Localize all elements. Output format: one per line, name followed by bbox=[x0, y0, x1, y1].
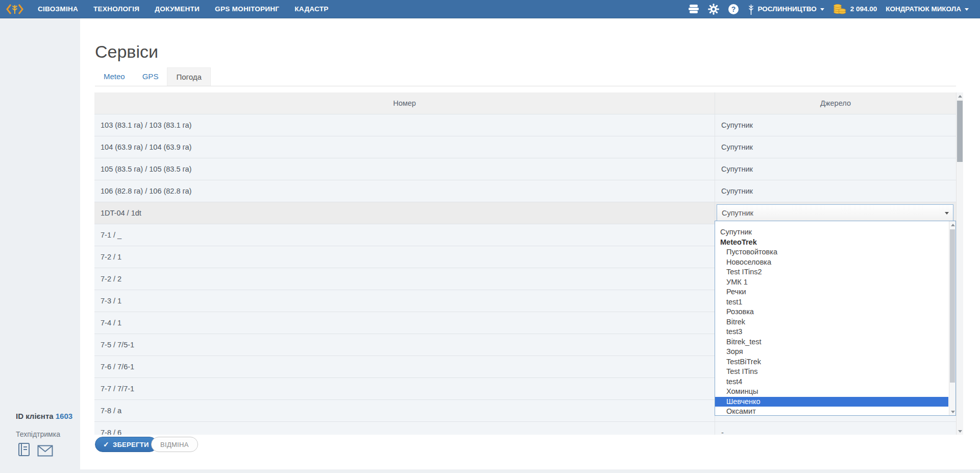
row-number-cell: 104 (63.9 га) / 104 (63.9 га) bbox=[94, 136, 715, 158]
gear-icon[interactable] bbox=[708, 4, 719, 15]
topbar-right: ? РОСЛИННИЦТВО 2 094.0 bbox=[688, 3, 980, 15]
row-number-cell: 103 (83.1 га) / 103 (83.1 га) bbox=[94, 114, 715, 136]
column-header-source: Джерело bbox=[715, 92, 956, 114]
client-id: ID клієнта 1603 bbox=[16, 412, 72, 420]
dropdown-option[interactable]: test3 bbox=[715, 327, 948, 337]
table-row: 104 (63.9 га) / 104 (63.9 га) Супутник С… bbox=[94, 136, 956, 158]
select-caret-icon bbox=[945, 212, 949, 215]
dropdown-option[interactable]: Супутник bbox=[715, 227, 948, 238]
source-dropdown-list: Супутник MeteoTrek Пустовойтовка Новосел… bbox=[715, 221, 956, 416]
source-value: Супутник bbox=[721, 121, 753, 129]
dropdown-option[interactable]: Test ITins2 bbox=[715, 267, 948, 277]
dropdown-option[interactable]: Новоселовка bbox=[715, 257, 948, 268]
svg-text:?: ? bbox=[731, 5, 736, 13]
dropdown-option[interactable]: MeteoTrek bbox=[715, 238, 948, 248]
module-dropdown[interactable]: РОСЛИННИЦТВО bbox=[748, 3, 824, 15]
tabs: Meteo GPS Погода bbox=[95, 67, 956, 86]
scroll-up-icon[interactable] bbox=[949, 221, 956, 228]
dropdown-option[interactable]: Оксамит bbox=[715, 407, 948, 417]
source-select[interactable]: Супутник bbox=[717, 204, 953, 221]
dropdown-option[interactable]: Розовка bbox=[715, 307, 948, 317]
tab[interactable]: GPS bbox=[134, 67, 167, 86]
wheat-logo-icon bbox=[5, 3, 24, 15]
row-number-cell: 7-1 / _ bbox=[94, 224, 715, 246]
balance-amount: 2 094.00 bbox=[850, 5, 877, 13]
row-number-cell: 7-2 / 1 bbox=[94, 246, 715, 268]
client-id-value[interactable]: 1603 bbox=[56, 412, 72, 420]
cancel-button[interactable]: ВІДМІНА bbox=[151, 437, 198, 452]
save-button-label: ЗБЕРЕГТИ bbox=[113, 441, 149, 448]
contacts-book-icon[interactable] bbox=[17, 442, 31, 457]
dropdown-option[interactable]: Речки bbox=[715, 287, 948, 297]
dropdown-option[interactable]: Bitrek_test bbox=[715, 337, 948, 347]
table-scrollbar[interactable] bbox=[956, 92, 963, 435]
help-icon[interactable]: ? bbox=[728, 4, 739, 15]
user-menu[interactable]: КОНДРАТЮК МИКОЛА bbox=[886, 5, 969, 13]
dropdown-option[interactable]: Хоминцы bbox=[715, 387, 948, 397]
row-number-cell: 105 (83.5 га) / 105 (83.5 га) bbox=[94, 158, 715, 180]
row-number-cell: 7-8 / 6 bbox=[94, 422, 715, 435]
dropdown-option[interactable]: Пустовойтовка bbox=[715, 247, 948, 257]
wheat-icon bbox=[748, 3, 754, 15]
user-name: КОНДРАТЮК МИКОЛА bbox=[886, 5, 961, 13]
dropdown-option[interactable]: УМК 1 bbox=[715, 277, 948, 288]
dropdown-option[interactable]: TestBiTrek bbox=[715, 357, 948, 367]
row-number-cell: 7-8 / a bbox=[94, 400, 715, 421]
dropdown-option[interactable]: Test ITins bbox=[715, 367, 948, 377]
row-source-cell: - - bbox=[715, 422, 956, 435]
source-value: - bbox=[721, 429, 724, 435]
menu-item[interactable]: ДОКУМЕНТИ bbox=[155, 5, 200, 13]
dropdown-option[interactable]: test1 bbox=[715, 297, 948, 308]
row-source-cell: Супутник Супутник bbox=[715, 114, 956, 136]
main-menu: СІВОЗМІНА ТЕХНОЛОГІЯ ДОКУМЕНТИ GPS МОНІТ… bbox=[38, 5, 329, 13]
row-source-cell: Супутник Супутник bbox=[715, 136, 956, 158]
scroll-up-icon[interactable] bbox=[957, 92, 963, 100]
dropdown-scrollbar[interactable] bbox=[949, 221, 955, 415]
scroll-down-icon[interactable] bbox=[949, 408, 956, 415]
row-number-cell: 7-7 / 7/7-1 bbox=[94, 378, 715, 399]
row-number-cell: 106 (82.8 га) / 106 (82.8 га) bbox=[94, 180, 715, 202]
table-scrollbar-thumb[interactable] bbox=[957, 101, 963, 162]
dropdown-scrollbar-thumb[interactable] bbox=[950, 229, 955, 383]
check-icon: ✓ bbox=[103, 440, 109, 448]
menu-item[interactable]: КАДАСТР bbox=[295, 5, 328, 13]
menu-item[interactable]: GPS МОНІТОРИНГ bbox=[215, 5, 279, 13]
row-number-cell: 7-6 / 7/6-1 bbox=[94, 356, 715, 377]
dropdown-option[interactable]: Зоря bbox=[715, 347, 948, 357]
tab[interactable]: Погода bbox=[167, 67, 210, 86]
chevron-down-icon bbox=[820, 8, 824, 11]
source-select-value: Супутник bbox=[722, 209, 753, 217]
menu-item[interactable]: СІВОЗМІНА bbox=[38, 5, 78, 13]
table-header: Номер Джерело bbox=[94, 92, 956, 114]
coins-icon bbox=[833, 4, 847, 14]
chevron-down-icon bbox=[965, 8, 969, 11]
row-number-cell: 1DT-04 / 1dt bbox=[94, 202, 715, 224]
app-logo[interactable] bbox=[5, 3, 24, 15]
envelope-icon[interactable] bbox=[37, 445, 53, 457]
row-source-cell: Супутник Супутник bbox=[715, 180, 956, 202]
table-row: 7-8 / 6 - - bbox=[94, 421, 956, 435]
source-value: Супутник bbox=[721, 143, 753, 151]
row-number-cell: 7-5 / 7/5-1 bbox=[94, 334, 715, 356]
source-value: Супутник bbox=[721, 187, 753, 195]
table-row: 106 (82.8 га) / 106 (82.8 га) Супутник С… bbox=[94, 180, 956, 202]
tab[interactable]: Meteo bbox=[95, 67, 134, 86]
top-navbar: СІВОЗМІНА ТЕХНОЛОГІЯ ДОКУМЕНТИ GPS МОНІТ… bbox=[0, 0, 980, 18]
dropdown-option[interactable]: test4 bbox=[715, 377, 948, 387]
dropdown-option[interactable]: Bitrek bbox=[715, 317, 948, 327]
table-row: 103 (83.1 га) / 103 (83.1 га) Супутник С… bbox=[94, 114, 956, 136]
source-value: Супутник bbox=[721, 165, 753, 173]
row-number-cell: 7-2 / 2 bbox=[94, 268, 715, 290]
dropdown-option[interactable]: Шевченко bbox=[715, 397, 948, 407]
module-label: РОСЛИННИЦТВО bbox=[758, 5, 817, 13]
cancel-button-label: ВІДМІНА bbox=[160, 441, 189, 448]
balance[interactable]: 2 094.00 bbox=[833, 4, 877, 14]
row-number-cell: 7-3 / 1 bbox=[94, 290, 715, 312]
books-icon[interactable] bbox=[688, 5, 699, 14]
scroll-down-icon[interactable] bbox=[957, 428, 963, 435]
page-title: Сервіси bbox=[95, 42, 158, 62]
dropdown-options: Супутник MeteoTrek Пустовойтовка Новосел… bbox=[715, 221, 948, 417]
support-icons bbox=[17, 442, 53, 457]
menu-item[interactable]: ТЕХНОЛОГІЯ bbox=[93, 5, 139, 13]
save-button[interactable]: ✓ ЗБЕРЕГТИ bbox=[95, 437, 157, 452]
